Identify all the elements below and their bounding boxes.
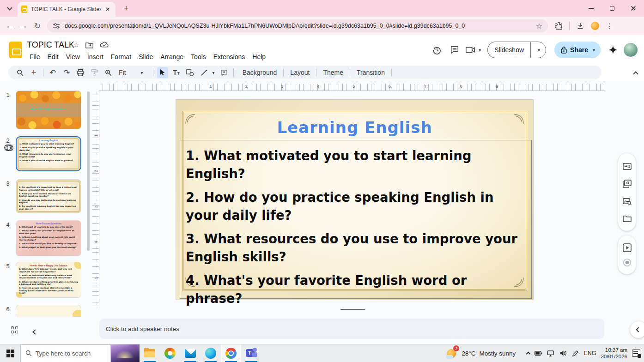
move-folder-icon[interactable] xyxy=(85,42,93,48)
taskbar-search-input[interactable]: Type here to search xyxy=(20,344,111,362)
battery-icon[interactable] xyxy=(535,350,542,356)
slide-6-thumbnail[interactable] xyxy=(16,305,81,317)
zoom-fit-select[interactable]: Fit xyxy=(115,69,130,76)
window-minimize-button[interactable] xyxy=(580,0,601,17)
folder-icon[interactable] xyxy=(623,215,632,222)
record-icon[interactable] xyxy=(623,258,632,267)
site-settings-icon[interactable] xyxy=(53,22,60,30)
filmstrip-slide-4[interactable]: 4 Work-Focused Questions 1. What part of… xyxy=(0,220,81,256)
insert-comment-icon[interactable] xyxy=(219,67,230,78)
tab-close-icon[interactable] xyxy=(103,5,112,13)
filmstrip-slide-1[interactable]: 1 Topic Talk English Questions xyxy=(0,90,81,129)
document-title[interactable]: TOPIC TALK xyxy=(27,40,74,50)
menu-item[interactable]: File xyxy=(26,52,44,62)
taskbar-clock[interactable]: 10:37 am 30/01/2026 xyxy=(601,347,627,360)
toolbar-text-button[interactable]: Background xyxy=(236,69,284,76)
slide-2-thumbnail[interactable]: Learning English 1. What motivated you t… xyxy=(16,136,81,171)
feed-card-icon[interactable] xyxy=(623,162,632,171)
downloads-icon[interactable] xyxy=(576,22,584,30)
menu-item[interactable]: Arrange xyxy=(157,52,187,62)
collapse-toolbar-icon[interactable] xyxy=(634,69,638,78)
zoom-icon[interactable] xyxy=(103,67,114,78)
menu-item[interactable]: Slide xyxy=(135,52,157,62)
pen-icon[interactable] xyxy=(572,350,579,357)
slideshow-dropdown[interactable]: ▾ xyxy=(530,42,546,58)
filmstrip-slide-5[interactable]: 5 How to Have a Happy Life Balance 1. Wh… xyxy=(0,262,81,298)
widgets-weather-image[interactable] xyxy=(111,344,140,362)
window-close-button[interactable] xyxy=(623,0,644,17)
print-icon[interactable] xyxy=(75,67,86,78)
select-tool-icon[interactable] xyxy=(157,67,168,78)
chevron-down-icon[interactable]: ▾ xyxy=(141,70,143,75)
slides-logo-icon[interactable] xyxy=(9,42,22,58)
extension-pinned-icon[interactable] xyxy=(591,22,599,30)
image-search-icon[interactable] xyxy=(623,197,632,206)
taskbar-weather[interactable]: 2 28°C Mostly sunny xyxy=(446,347,516,359)
text-box-icon[interactable]: TT xyxy=(171,67,182,78)
mail-icon[interactable] xyxy=(180,344,200,362)
slide-text-box[interactable]: 1. What motivated you to start learning … xyxy=(180,140,532,299)
menu-item[interactable]: Edit xyxy=(44,52,62,62)
edge-icon[interactable] xyxy=(200,344,221,362)
slide-canvas[interactable]: Learning English 1. What motivated you t… xyxy=(176,99,534,300)
show-side-panel-button[interactable] xyxy=(630,321,644,338)
undo-icon[interactable]: ↶ xyxy=(47,67,58,78)
share-button[interactable]: Share ▾ xyxy=(554,42,601,58)
slide-title[interactable]: Learning English xyxy=(176,118,533,137)
browser-menu-icon[interactable]: ⋮ xyxy=(606,22,613,30)
search-menus-icon[interactable] xyxy=(14,67,25,78)
notification-center-icon[interactable] xyxy=(632,350,640,357)
grid-view-icon[interactable] xyxy=(11,326,18,334)
menu-item[interactable]: Tools xyxy=(187,52,210,62)
speaker-notes-input[interactable]: Click to add speaker notes xyxy=(99,319,604,339)
windows-start-button[interactable] xyxy=(0,350,20,357)
meet-caret-icon[interactable]: ▾ xyxy=(479,48,481,53)
collapse-filmstrip-icon[interactable] xyxy=(33,327,37,336)
paint-format-icon[interactable] xyxy=(89,67,100,78)
account-avatar[interactable] xyxy=(624,43,638,57)
filmstrip-slide-3[interactable]: 3 5. Do you think it's important to have… xyxy=(0,179,81,213)
slide-5-thumbnail[interactable]: How to Have a Happy Life Balance 1. What… xyxy=(16,262,81,298)
back-button[interactable]: ← xyxy=(3,21,17,30)
menu-item[interactable]: View xyxy=(62,52,84,62)
filmstrip-slide-6[interactable]: 6 xyxy=(0,305,81,317)
tab-search-caret[interactable] xyxy=(4,2,16,14)
forward-button[interactable]: → xyxy=(17,21,30,30)
meet-camera-icon[interactable] xyxy=(463,46,477,54)
toolbar-text-button[interactable]: Layout xyxy=(284,69,316,76)
copilot-icon[interactable] xyxy=(160,344,180,362)
window-maximize-button[interactable] xyxy=(601,0,623,17)
network-icon[interactable] xyxy=(547,350,555,356)
new-slide-button[interactable]: + xyxy=(28,67,39,78)
canvas-scrollbar[interactable] xyxy=(340,309,365,310)
comments-icon[interactable] xyxy=(446,45,463,54)
slide-4-thumbnail[interactable]: Work-Focused Questions 1. What part of y… xyxy=(16,220,81,256)
extensions-icon[interactable] xyxy=(554,22,563,30)
speaker-icon[interactable] xyxy=(559,350,567,356)
new-tab-button[interactable]: + xyxy=(120,4,132,13)
slide-3-thumbnail[interactable]: 5. Do you think it's important to have a… xyxy=(16,179,81,213)
menu-item[interactable]: Insert xyxy=(84,52,107,62)
teams-icon[interactable] xyxy=(241,344,261,362)
insert-line-icon[interactable] xyxy=(199,67,210,78)
slide-1-thumbnail[interactable]: Topic Talk English Questions xyxy=(16,90,81,129)
cloud-status-icon[interactable] xyxy=(100,42,109,48)
toolbar-text-button[interactable]: Transition xyxy=(350,69,392,76)
insert-shape-icon[interactable] xyxy=(185,67,196,78)
version-history-icon[interactable] xyxy=(428,45,446,54)
menu-item[interactable]: Help xyxy=(249,52,269,62)
slideshow-button[interactable]: Slideshow xyxy=(487,42,530,58)
gemini-sparkle-icon[interactable] xyxy=(608,45,618,55)
chrome-icon[interactable] xyxy=(221,344,241,362)
language-indicator[interactable]: ENG xyxy=(583,350,596,356)
tray-expand-icon[interactable] xyxy=(527,349,530,357)
url-field[interactable]: docs.google.com/presentation/d/1_QVLJeNQ… xyxy=(47,19,548,32)
star-document-icon[interactable]: ☆ xyxy=(73,41,79,49)
redo-icon[interactable]: ↷ xyxy=(61,67,72,78)
file-explorer-icon[interactable] xyxy=(140,344,160,362)
menu-item[interactable]: Extensions xyxy=(210,52,249,62)
video-play-icon[interactable] xyxy=(623,243,632,252)
toolbar-text-button[interactable]: Theme xyxy=(316,69,350,76)
filmstrip-slide-2[interactable]: 2 Learning English 1. What motivated you… xyxy=(0,136,81,171)
browser-tab[interactable]: TOPIC TALK - Google Slides xyxy=(18,2,115,17)
